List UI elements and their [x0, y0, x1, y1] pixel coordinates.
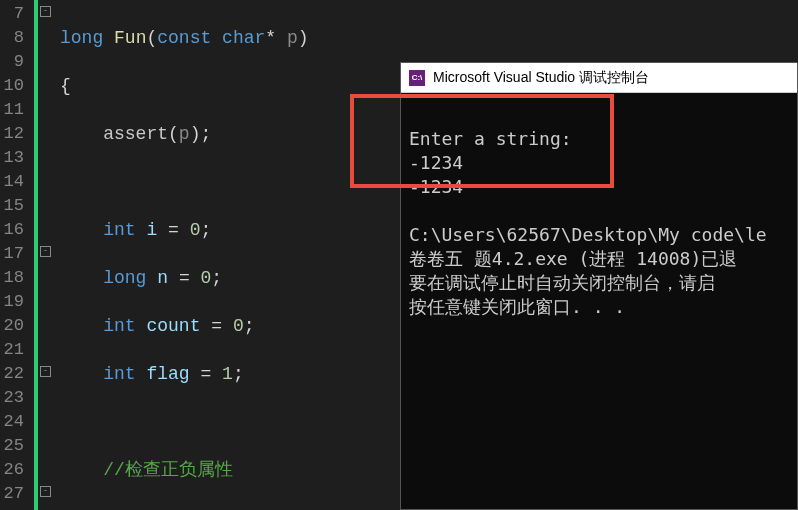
assign-op: =: [211, 316, 222, 336]
num-literal: 0: [201, 268, 212, 288]
line-number: 13: [0, 146, 24, 170]
fold-toggle[interactable]: -: [40, 6, 51, 17]
num-literal: 1: [222, 364, 233, 384]
line-number: 17: [0, 242, 24, 266]
line-number: 11: [0, 98, 24, 122]
num-literal: 0: [233, 316, 244, 336]
line-number: 26: [0, 458, 24, 482]
fold-toggle[interactable]: -: [40, 246, 51, 257]
console-output: Enter a string: -1234 -1234 C:\Users\625…: [401, 93, 797, 327]
debug-console-window[interactable]: C:\ Microsoft Visual Studio 调试控制台 Enter …: [400, 62, 798, 510]
line-number: 14: [0, 170, 24, 194]
line-number: 19: [0, 290, 24, 314]
code-editor[interactable]: long Fun(const char* p) { assert(p); int…: [60, 2, 309, 510]
line-number: 9: [0, 50, 24, 74]
console-line: 卷卷五 题4.2.exe (进程 14008)已退: [409, 248, 737, 269]
int-keyword: int: [103, 364, 135, 384]
line-number: 24: [0, 410, 24, 434]
assign-op: =: [168, 220, 179, 240]
var-count: count: [146, 316, 200, 336]
function-name: Fun: [114, 28, 146, 48]
fold-toggle[interactable]: -: [40, 486, 51, 497]
fold-toggle[interactable]: -: [40, 366, 51, 377]
vs-icon: C:\: [409, 70, 425, 86]
comment: //检查正负属性: [103, 460, 233, 480]
line-number: 12: [0, 122, 24, 146]
var-n: n: [157, 268, 168, 288]
line-number: 15: [0, 194, 24, 218]
line-number-gutter: 7891011121314151617181920212223242526272…: [0, 0, 30, 510]
line-number: 8: [0, 26, 24, 50]
fold-column: - - - -: [40, 0, 58, 510]
open-brace: {: [60, 76, 71, 96]
line-number: 28: [0, 506, 24, 510]
console-line: C:\Users\62567\Desktop\My code\le: [409, 224, 767, 245]
line-number: 21: [0, 338, 24, 362]
line-number: 7: [0, 2, 24, 26]
console-title: Microsoft Visual Studio 调试控制台: [433, 69, 649, 87]
line-number: 27: [0, 482, 24, 506]
line-number: 23: [0, 386, 24, 410]
console-line: 要在调试停止时自动关闭控制台，请启: [409, 272, 715, 293]
long-keyword: long: [103, 268, 146, 288]
int-keyword: int: [103, 220, 135, 240]
assign-op: =: [200, 364, 211, 384]
console-line: 按任意键关闭此窗口. . .: [409, 296, 625, 317]
var-p: p: [179, 124, 190, 144]
line-number: 25: [0, 434, 24, 458]
char-keyword: char: [222, 28, 265, 48]
console-line: -1234: [409, 176, 463, 197]
line-number: 20: [0, 314, 24, 338]
line-number: 16: [0, 218, 24, 242]
num-literal: 0: [190, 220, 201, 240]
type-keyword: long: [60, 28, 103, 48]
console-titlebar[interactable]: C:\ Microsoft Visual Studio 调试控制台: [401, 63, 797, 93]
console-line: -1234: [409, 152, 463, 173]
param-p: p: [287, 28, 298, 48]
console-line: Enter a string:: [409, 128, 572, 149]
line-number: 18: [0, 266, 24, 290]
star-op: *: [265, 28, 276, 48]
var-i: i: [146, 220, 157, 240]
assert-call: assert: [103, 124, 168, 144]
change-indicator-bar: [34, 0, 38, 510]
line-number: 10: [0, 74, 24, 98]
assign-op: =: [179, 268, 190, 288]
var-flag: flag: [146, 364, 189, 384]
line-number: 22: [0, 362, 24, 386]
int-keyword: int: [103, 316, 135, 336]
const-keyword: const: [157, 28, 211, 48]
